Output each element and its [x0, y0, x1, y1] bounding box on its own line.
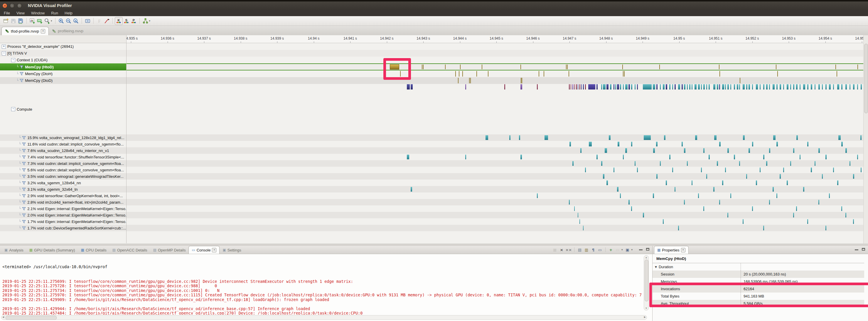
kernel-interval[interactable] — [663, 219, 664, 224]
property-row-invocations[interactable]: Invocations62164 — [653, 285, 864, 293]
row-timeline-k11[interactable] — [126, 199, 863, 205]
kernel-interval[interactable] — [752, 142, 753, 147]
compute-interval[interactable] — [637, 84, 638, 90]
row-label-memcpy-htod[interactable]: └MemCpy (HtoD) — [0, 63, 126, 70]
kernel-interval[interactable] — [519, 135, 520, 140]
kernel-interval[interactable] — [807, 142, 808, 147]
compute-interval[interactable] — [811, 84, 812, 90]
kernel-interval[interactable] — [857, 155, 858, 159]
compute-interval[interactable] — [763, 84, 764, 90]
clear-console-icon[interactable]: ▤ — [577, 247, 583, 253]
collapse-icon[interactable]: − — [2, 51, 6, 56]
kernel-interval[interactable] — [605, 148, 607, 153]
kernel-interval[interactable] — [578, 213, 578, 217]
row-label-compute[interactable]: −Compute — [0, 84, 126, 134]
compute-interval[interactable] — [737, 84, 738, 90]
kernel-interval[interactable] — [763, 155, 764, 159]
compute-interval[interactable] — [572, 84, 573, 90]
compute-interval[interactable] — [569, 84, 570, 90]
compute-interval[interactable] — [818, 84, 820, 90]
memcpy-interval[interactable] — [521, 78, 521, 83]
memcpy-interval[interactable] — [462, 71, 463, 76]
row-label-k12[interactable]: └2.1% void Eigen::internal::EigenMetaKer… — [0, 205, 126, 212]
kernel-interval[interactable] — [617, 187, 619, 192]
compute-interval[interactable] — [694, 84, 696, 90]
compute-interval[interactable] — [760, 84, 761, 90]
kernel-interval[interactable] — [818, 148, 820, 153]
kernel-interval[interactable] — [811, 167, 812, 172]
memcpy-interval[interactable] — [422, 65, 423, 69]
kernel-interval[interactable] — [672, 167, 673, 172]
compute-interval[interactable] — [766, 84, 768, 90]
kernel-interval[interactable] — [625, 148, 627, 153]
kernel-interval[interactable] — [521, 155, 522, 159]
analysis-mode-icon[interactable] — [142, 17, 149, 25]
word-wrap-icon[interactable]: ¶ — [590, 247, 596, 253]
kernel-interval[interactable] — [743, 219, 744, 224]
compute-interval[interactable] — [790, 84, 791, 90]
kernel-interval[interactable] — [841, 142, 843, 147]
memcpy-interval[interactable] — [568, 71, 569, 76]
kernel-interval[interactable] — [826, 226, 826, 230]
import-timeline-icon[interactable] — [36, 17, 43, 25]
row-label-k3[interactable]: └7.6% volta_scudnn_128x64_relu_interior_… — [0, 147, 126, 154]
kernel-interval[interactable] — [609, 135, 611, 140]
row-label-k4[interactable]: └7.4% void tensorflow::functor::ShuffleI… — [0, 154, 126, 160]
row-timeline-k8[interactable] — [126, 180, 863, 186]
memcpy-interval[interactable] — [522, 78, 522, 83]
kernel-interval[interactable] — [580, 219, 580, 224]
memcpy-interval[interactable] — [567, 65, 568, 69]
console-output[interactable]: <terminated> /usr/local/cuda-10.0/bin/nv… — [2, 254, 642, 315]
kernel-interval[interactable] — [769, 200, 770, 204]
compute-interval[interactable] — [691, 84, 692, 90]
row-label-k2[interactable]: └11.6% void cudnn::detail::implicit_conv… — [0, 141, 126, 147]
menu-view[interactable]: View — [13, 10, 28, 16]
compute-interval[interactable] — [833, 84, 834, 90]
kernel-interval[interactable] — [776, 142, 778, 147]
compute-interval[interactable] — [725, 84, 726, 90]
window-maximize-button[interactable]: □ — [17, 3, 22, 8]
compute-interval[interactable] — [669, 84, 671, 90]
property-row-duration[interactable]: ▼Duration — [653, 263, 864, 270]
save-all-icon[interactable] — [17, 17, 24, 25]
kernel-analysis-icon[interactable]: K — [115, 17, 123, 25]
kernel-interval[interactable] — [803, 187, 804, 192]
kernel-interval[interactable] — [631, 206, 632, 211]
row-label-device[interactable]: −[0] TITAN V — [0, 50, 126, 57]
kernel-interval[interactable] — [860, 135, 862, 140]
compute-interval[interactable] — [861, 84, 862, 90]
dropdown-caret-icon[interactable]: ▾ — [149, 19, 151, 22]
kernel-interval[interactable] — [837, 181, 838, 185]
compute-interval[interactable] — [734, 84, 735, 90]
kernel-interval[interactable] — [734, 155, 735, 159]
kernel-interval[interactable] — [682, 142, 683, 147]
zoom-in-icon[interactable] — [58, 17, 65, 25]
compute-interval[interactable] — [411, 84, 413, 90]
compute-interval[interactable] — [623, 84, 624, 90]
memcpy-interval[interactable] — [659, 65, 660, 69]
row-label-k1[interactable]: └15.9% volta_scudnn_winograd_128x128_ldg… — [0, 134, 126, 141]
kernel-interval[interactable] — [637, 167, 638, 172]
dropdown-caret-icon[interactable]: ▾ — [51, 19, 52, 22]
kernel-interval[interactable] — [703, 206, 704, 211]
kernel-interval[interactable] — [678, 226, 679, 230]
kernel-interval[interactable] — [644, 135, 651, 140]
kernel-interval[interactable] — [601, 161, 602, 166]
group-expand-icon[interactable]: ▼ — [655, 265, 657, 268]
kernel-interval[interactable] — [776, 193, 777, 198]
kernel-interval[interactable] — [580, 148, 582, 153]
kernel-interval[interactable] — [545, 135, 548, 140]
kernel-interval[interactable] — [727, 148, 729, 153]
dropdown-caret-icon[interactable]: ▾ — [621, 248, 623, 251]
kernel-interval[interactable] — [660, 161, 661, 166]
kernel-interval[interactable] — [783, 167, 784, 172]
examine-mode-icon[interactable] — [43, 17, 51, 25]
kernel-interval[interactable] — [743, 135, 745, 140]
compute-interval[interactable] — [581, 84, 582, 90]
new-session-icon[interactable] — [2, 17, 10, 25]
row-timeline-k12[interactable] — [126, 205, 863, 212]
kernel-interval[interactable] — [569, 142, 571, 147]
memcpy-interval[interactable] — [400, 71, 401, 76]
compute-interval[interactable] — [571, 84, 571, 90]
row-timeline-k13[interactable] — [126, 212, 863, 218]
